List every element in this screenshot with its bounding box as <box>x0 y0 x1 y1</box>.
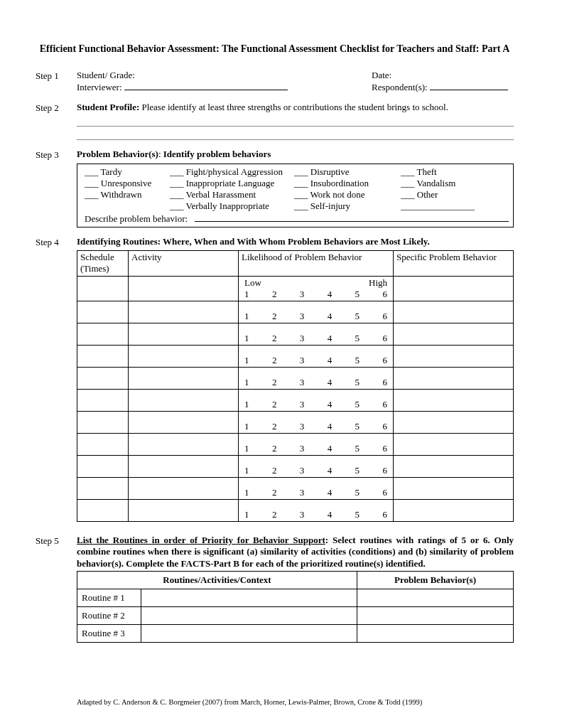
scale-value[interactable]: 3 <box>300 377 305 388</box>
specific-behavior-cell[interactable] <box>394 412 514 434</box>
scale-value[interactable]: 5 <box>355 377 360 388</box>
specific-behavior-cell[interactable] <box>394 500 514 522</box>
activity-cell[interactable] <box>129 456 239 478</box>
specific-behavior-cell[interactable] <box>394 478 514 500</box>
scale-value[interactable]: 1 <box>244 421 249 432</box>
specific-behavior-cell[interactable] <box>394 276 514 301</box>
scale-value[interactable]: 4 <box>328 509 333 520</box>
scale-value[interactable]: 4 <box>328 289 333 300</box>
routine-context-cell[interactable] <box>141 589 357 606</box>
scale-value[interactable]: 5 <box>355 421 360 432</box>
scale-value[interactable]: 6 <box>382 443 387 454</box>
scale-value[interactable]: 5 <box>355 289 360 300</box>
scale-value[interactable]: 2 <box>272 399 277 410</box>
scale-value[interactable]: 1 <box>244 377 249 388</box>
scale-value[interactable]: 3 <box>300 333 305 344</box>
scale-value[interactable]: 5 <box>355 355 360 366</box>
scale-value[interactable]: 6 <box>382 355 387 366</box>
scale-value[interactable]: 3 <box>300 465 305 476</box>
scale-value[interactable]: 2 <box>272 509 277 520</box>
likelihood-cell[interactable]: 123456 <box>239 500 394 522</box>
scale-value[interactable]: 1 <box>244 465 249 476</box>
scale-value[interactable]: 2 <box>272 377 277 388</box>
routine-behavior-cell[interactable] <box>357 589 514 606</box>
scale-value[interactable]: 2 <box>272 311 277 322</box>
routine-behavior-cell[interactable] <box>357 606 514 624</box>
schedule-cell[interactable] <box>77 276 129 301</box>
scale-value[interactable]: 3 <box>300 311 305 322</box>
likelihood-cell[interactable]: 123456 <box>239 478 394 500</box>
activity-cell[interactable] <box>129 346 239 368</box>
respondents-input[interactable] <box>430 81 508 90</box>
scale-value[interactable]: 2 <box>272 465 277 476</box>
scale-value[interactable]: 4 <box>328 421 333 432</box>
activity-cell[interactable] <box>129 276 239 301</box>
schedule-cell[interactable] <box>77 456 129 478</box>
likelihood-cell[interactable]: 123456 <box>239 412 394 434</box>
behavior-item[interactable]: Insubordination <box>294 178 401 189</box>
scale-value[interactable]: 5 <box>355 443 360 454</box>
specific-behavior-cell[interactable] <box>394 346 514 368</box>
schedule-cell[interactable] <box>77 478 129 500</box>
behavior-item[interactable]: Verbally Inappropriate <box>170 200 294 212</box>
schedule-cell[interactable] <box>77 434 129 456</box>
scale-value[interactable]: 2 <box>272 355 277 366</box>
scale-value[interactable]: 2 <box>272 443 277 454</box>
scale-value[interactable]: 4 <box>328 311 333 322</box>
scale-value[interactable]: 5 <box>355 399 360 410</box>
scale-value[interactable]: 6 <box>382 399 387 410</box>
scale-value[interactable]: 5 <box>355 509 360 520</box>
schedule-cell[interactable] <box>77 412 129 434</box>
scale-value[interactable]: 1 <box>244 399 249 410</box>
scale-value[interactable]: 5 <box>355 487 360 498</box>
scale-value[interactable]: 1 <box>244 355 249 366</box>
scale-value[interactable]: 5 <box>355 465 360 476</box>
scale-value[interactable]: 1 <box>244 311 249 322</box>
scale-value[interactable]: 4 <box>328 377 333 388</box>
scale-value[interactable]: 1 <box>244 487 249 498</box>
scale-value[interactable]: 6 <box>382 487 387 498</box>
schedule-cell[interactable] <box>77 323 129 346</box>
schedule-cell[interactable] <box>77 368 129 390</box>
routine-context-cell[interactable] <box>141 624 357 642</box>
scale-value[interactable]: 3 <box>300 509 305 520</box>
schedule-cell[interactable] <box>77 500 129 522</box>
likelihood-cell[interactable]: 123456 <box>239 390 394 412</box>
scale-value[interactable]: 3 <box>300 289 305 300</box>
routine-context-cell[interactable] <box>141 606 357 624</box>
likelihood-cell[interactable]: 123456 <box>239 456 394 478</box>
activity-cell[interactable] <box>129 368 239 390</box>
activity-cell[interactable] <box>129 500 239 522</box>
schedule-cell[interactable] <box>77 390 129 412</box>
activity-cell[interactable] <box>129 301 239 323</box>
describe-behavior-input[interactable] <box>195 213 509 222</box>
scale-value[interactable]: 1 <box>244 289 249 300</box>
scale-value[interactable]: 6 <box>382 311 387 322</box>
behavior-item[interactable]: Other ________________ <box>401 189 509 213</box>
scale-value[interactable]: 3 <box>300 443 305 454</box>
scale-value[interactable]: 1 <box>244 509 249 520</box>
scale-value[interactable]: 6 <box>382 333 387 344</box>
behavior-item[interactable]: Theft <box>401 166 509 178</box>
scale-value[interactable]: 3 <box>300 487 305 498</box>
scale-value[interactable]: 4 <box>328 487 333 498</box>
behavior-item[interactable]: Verbal Harassment <box>170 189 294 200</box>
likelihood-cell[interactable]: 123456 <box>239 323 394 346</box>
specific-behavior-cell[interactable] <box>394 390 514 412</box>
scale-value[interactable]: 6 <box>382 465 387 476</box>
scale-value[interactable]: 5 <box>355 311 360 322</box>
routine-behavior-cell[interactable] <box>357 624 514 642</box>
likelihood-cell[interactable]: 123456 <box>239 346 394 368</box>
likelihood-cell[interactable]: 123456 <box>239 301 394 323</box>
scale-value[interactable]: 2 <box>272 421 277 432</box>
scale-value[interactable]: 1 <box>244 333 249 344</box>
schedule-cell[interactable] <box>77 346 129 368</box>
scale-value[interactable]: 4 <box>328 399 333 410</box>
scale-value[interactable]: 6 <box>382 509 387 520</box>
scale-value[interactable]: 5 <box>355 333 360 344</box>
scale-value[interactable]: 2 <box>272 487 277 498</box>
activity-cell[interactable] <box>129 323 239 346</box>
behavior-item[interactable]: Disruptive <box>294 166 401 178</box>
activity-cell[interactable] <box>129 390 239 412</box>
scale-value[interactable]: 6 <box>382 289 387 300</box>
